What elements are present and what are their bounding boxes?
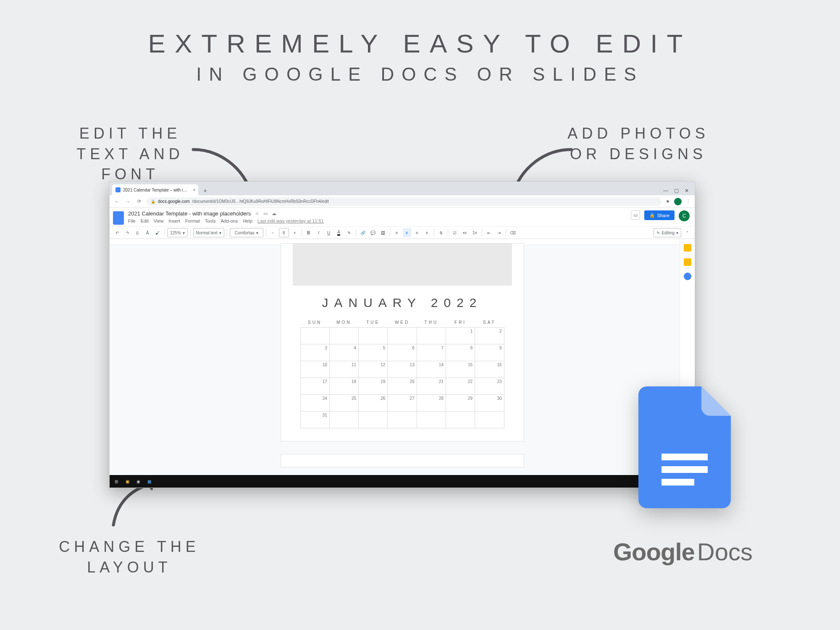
bulleted-list-icon[interactable]: •≡ bbox=[461, 228, 469, 237]
calendar-cell[interactable]: 3 bbox=[300, 344, 329, 361]
calendar-addon-icon[interactable] bbox=[684, 244, 691, 252]
calendar-cell[interactable]: 21 bbox=[417, 378, 446, 395]
calendar-month-title[interactable]: JANUARY 2022 bbox=[281, 296, 524, 310]
image-placeholder[interactable] bbox=[293, 244, 512, 286]
taskbar-app-icon[interactable]: ▦ bbox=[146, 478, 152, 485]
calendar-cell[interactable]: 26 bbox=[359, 395, 388, 412]
calendar-cell[interactable]: 7 bbox=[417, 344, 446, 361]
insert-image-icon[interactable]: 🖼 bbox=[379, 228, 387, 237]
new-tab-button[interactable]: + bbox=[201, 186, 210, 195]
menu-addons[interactable]: Add-ons bbox=[220, 218, 238, 223]
document-title[interactable]: 2021 Calendar Template - with image plac… bbox=[128, 210, 251, 217]
calendar-cell[interactable] bbox=[446, 412, 475, 428]
calendar-cell[interactable] bbox=[417, 412, 446, 428]
calendar-cell[interactable]: 4 bbox=[329, 344, 358, 361]
calendar-cell[interactable] bbox=[329, 412, 358, 428]
calendar-cell[interactable]: 27 bbox=[388, 395, 417, 412]
window-close-icon[interactable]: ✕ bbox=[685, 188, 689, 194]
font-select[interactable]: Comfortaa▾ bbox=[230, 228, 263, 237]
nav-forward-icon[interactable]: → bbox=[125, 199, 131, 204]
calendar-table[interactable]: SUN MON TUE WED THU FRI SAT 123456789101… bbox=[300, 318, 504, 428]
calendar-cell[interactable]: 23 bbox=[475, 378, 504, 395]
italic-button[interactable]: I bbox=[315, 228, 323, 237]
calendar-cell[interactable]: 16 bbox=[475, 361, 504, 378]
calendar-cell[interactable]: 11 bbox=[329, 361, 358, 378]
calendar-cell[interactable]: 9 bbox=[475, 344, 504, 361]
menu-insert[interactable]: Insert bbox=[168, 218, 180, 223]
calendar-cell[interactable]: 8 bbox=[446, 344, 475, 361]
zoom-select[interactable]: 125%▾ bbox=[167, 228, 188, 237]
align-center-icon[interactable]: ≡ bbox=[403, 228, 411, 237]
redo-icon[interactable]: ↷ bbox=[123, 228, 131, 237]
calendar-cell[interactable]: 30 bbox=[475, 395, 504, 412]
spellcheck-icon[interactable]: Ă bbox=[143, 228, 152, 237]
highlight-button[interactable]: ✎ bbox=[345, 228, 353, 237]
document-page-next[interactable] bbox=[281, 454, 524, 467]
checklist-icon[interactable]: ☑ bbox=[451, 228, 459, 237]
url-input[interactable]: 🔒 docs.google.com /document/d/1OM3cU5…ht… bbox=[147, 197, 662, 206]
document-page[interactable]: JANUARY 2022 SUN MON TUE WED THU FRI SAT… bbox=[281, 243, 524, 441]
calendar-cell[interactable] bbox=[417, 328, 446, 344]
star-icon[interactable]: ☆ bbox=[255, 211, 259, 216]
calendar-cell[interactable] bbox=[388, 328, 417, 344]
align-justify-icon[interactable]: ≡ bbox=[423, 228, 431, 237]
editing-mode-select[interactable]: ✎Editing▾ bbox=[654, 228, 681, 237]
calendar-cell[interactable]: 20 bbox=[388, 378, 417, 395]
numbered-list-icon[interactable]: 1≡ bbox=[471, 228, 479, 237]
style-select[interactable]: Normal text▾ bbox=[193, 228, 224, 237]
browser-profile-icon[interactable] bbox=[674, 198, 682, 205]
calendar-cell[interactable]: 22 bbox=[446, 378, 475, 395]
calendar-cell[interactable] bbox=[359, 412, 388, 428]
move-folder-icon[interactable]: ▭ bbox=[263, 211, 268, 216]
calendar-cell[interactable]: 6 bbox=[388, 344, 417, 361]
window-maximize-icon[interactable]: ▢ bbox=[674, 188, 679, 194]
calendar-cell[interactable]: 24 bbox=[300, 395, 329, 412]
clear-format-icon[interactable]: ⌫ bbox=[509, 228, 517, 237]
indent-increase-icon[interactable]: ⇥ bbox=[495, 228, 503, 237]
browser-menu-icon[interactable]: ⋮ bbox=[686, 199, 690, 204]
calendar-cell[interactable] bbox=[475, 412, 504, 428]
docs-app-icon[interactable] bbox=[113, 211, 124, 225]
nav-back-icon[interactable]: ← bbox=[114, 199, 121, 204]
tab-close-icon[interactable]: × bbox=[193, 187, 195, 192]
font-size-input[interactable]: 8 bbox=[279, 228, 289, 237]
taskview-icon[interactable]: ▣ bbox=[124, 478, 131, 485]
font-size-decrease[interactable]: − bbox=[269, 228, 277, 237]
taskbar-chrome-icon[interactable]: ◉ bbox=[135, 478, 142, 485]
underline-button[interactable]: U bbox=[325, 228, 333, 237]
calendar-cell[interactable]: 12 bbox=[359, 361, 388, 378]
menu-view[interactable]: View bbox=[154, 218, 164, 223]
keep-addon-icon[interactable] bbox=[684, 258, 691, 266]
extension-icon[interactable]: ★ bbox=[666, 199, 670, 204]
calendar-cell[interactable] bbox=[359, 328, 388, 344]
insert-link-icon[interactable]: 🔗 bbox=[359, 228, 367, 237]
menu-edit[interactable]: Edit bbox=[141, 218, 149, 223]
font-size-increase[interactable]: + bbox=[291, 228, 299, 237]
calendar-cell[interactable]: 29 bbox=[446, 395, 475, 412]
add-comment-icon[interactable]: 💬 bbox=[369, 228, 377, 237]
align-right-icon[interactable]: ≡ bbox=[413, 228, 421, 237]
calendar-cell[interactable]: 28 bbox=[417, 395, 446, 412]
calendar-cell[interactable]: 13 bbox=[388, 361, 417, 378]
calendar-cell[interactable]: 14 bbox=[417, 361, 446, 378]
calendar-cell[interactable]: 31 bbox=[300, 412, 329, 428]
line-spacing-icon[interactable]: ⇅ bbox=[437, 228, 445, 237]
last-edit-link[interactable]: Last edit was yesterday at 11:51 bbox=[257, 218, 324, 223]
print-icon[interactable]: ⎙ bbox=[133, 228, 142, 237]
calendar-cell[interactable]: 1 bbox=[446, 328, 475, 344]
menu-help[interactable]: Help bbox=[243, 218, 252, 223]
share-button[interactable]: 🔒 Share bbox=[644, 210, 675, 220]
menu-file[interactable]: File bbox=[128, 218, 136, 223]
calendar-cell[interactable]: 10 bbox=[300, 361, 329, 378]
calendar-cell[interactable] bbox=[388, 412, 417, 428]
start-icon[interactable]: ⊞ bbox=[113, 478, 120, 485]
calendar-cell[interactable]: 18 bbox=[329, 378, 358, 395]
toolbar-chevron-icon[interactable]: ˄ bbox=[683, 228, 691, 237]
calendar-cell[interactable] bbox=[300, 328, 329, 344]
document-canvas[interactable]: JANUARY 2022 SUN MON TUE WED THU FRI SAT… bbox=[110, 239, 695, 488]
indent-decrease-icon[interactable]: ⇤ bbox=[485, 228, 493, 237]
align-left-icon[interactable]: ≡ bbox=[393, 228, 401, 237]
comments-icon[interactable]: ▭ bbox=[631, 210, 640, 220]
tasks-addon-icon[interactable] bbox=[684, 273, 691, 280]
menu-format[interactable]: Format bbox=[185, 218, 200, 223]
